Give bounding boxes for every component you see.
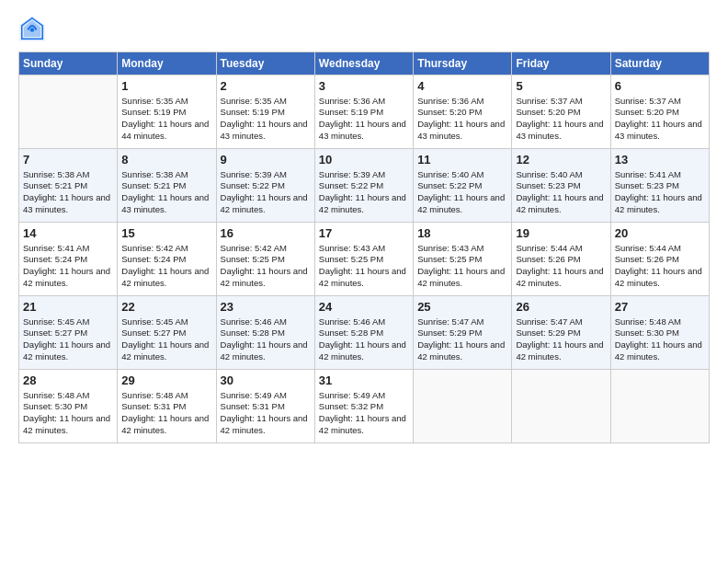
sunrise-text: Sunrise: 5:49 AM <box>319 390 385 400</box>
daylight-text: Daylight: 11 hours and 42 minutes. <box>23 266 110 288</box>
sunset-text: Sunset: 5:29 PM <box>417 327 482 338</box>
day-number: 9 <box>221 152 311 168</box>
sunset-text: Sunset: 5:22 PM <box>319 180 383 190</box>
day-number: 22 <box>121 299 211 316</box>
sunrise-text: Sunrise: 5:48 AM <box>121 390 188 400</box>
day-cell: 14Sunrise: 5:41 AMSunset: 5:24 PMDayligh… <box>19 223 118 296</box>
sunrise-text: Sunrise: 5:36 AM <box>319 96 385 106</box>
sunrise-text: Sunrise: 5:35 AM <box>121 96 188 106</box>
logo <box>18 15 50 42</box>
day-number: 12 <box>516 152 606 168</box>
day-cell: 18Sunrise: 5:43 AMSunset: 5:25 PMDayligh… <box>414 223 512 296</box>
daylight-text: Daylight: 11 hours and 42 minutes. <box>516 339 603 362</box>
svg-point-3 <box>30 28 35 32</box>
week-row-1: 1Sunrise: 5:35 AMSunset: 5:19 PMDaylight… <box>19 75 710 149</box>
day-cell: 4Sunrise: 5:36 AMSunset: 5:20 PMDaylight… <box>414 75 512 149</box>
sunrise-text: Sunrise: 5:37 AM <box>615 96 681 106</box>
logo-icon <box>18 15 46 42</box>
sunrise-text: Sunrise: 5:38 AM <box>23 169 89 179</box>
day-cell: 27Sunrise: 5:48 AMSunset: 5:30 PMDayligh… <box>610 296 709 370</box>
day-number: 28 <box>23 373 113 389</box>
sunrise-text: Sunrise: 5:48 AM <box>23 390 89 400</box>
day-number: 29 <box>121 373 211 389</box>
daylight-text: Daylight: 11 hours and 42 minutes. <box>121 266 209 288</box>
sunset-text: Sunset: 5:24 PM <box>23 254 87 264</box>
day-number: 15 <box>121 225 211 242</box>
daylight-text: Daylight: 11 hours and 42 minutes. <box>516 192 603 214</box>
sunset-text: Sunset: 5:27 PM <box>23 327 87 338</box>
week-row-2: 7Sunrise: 5:38 AMSunset: 5:21 PMDaylight… <box>19 149 710 223</box>
day-number: 5 <box>516 78 606 95</box>
day-cell: 28Sunrise: 5:48 AMSunset: 5:30 PMDayligh… <box>19 370 118 443</box>
daylight-text: Daylight: 11 hours and 42 minutes. <box>121 413 209 435</box>
sunset-text: Sunset: 5:26 PM <box>615 254 679 264</box>
day-number: 24 <box>319 299 409 316</box>
day-number: 20 <box>615 225 705 242</box>
sunset-text: Sunset: 5:19 PM <box>121 107 186 117</box>
daylight-text: Daylight: 11 hours and 42 minutes. <box>221 192 308 214</box>
sunrise-text: Sunrise: 5:45 AM <box>23 316 89 327</box>
day-number: 11 <box>417 152 507 168</box>
week-row-4: 21Sunrise: 5:45 AMSunset: 5:27 PMDayligh… <box>19 296 710 370</box>
day-number: 7 <box>23 152 113 168</box>
day-cell: 20Sunrise: 5:44 AMSunset: 5:26 PMDayligh… <box>610 223 709 296</box>
day-cell: 29Sunrise: 5:48 AMSunset: 5:31 PMDayligh… <box>118 370 216 443</box>
sunset-text: Sunset: 5:25 PM <box>417 254 482 264</box>
header <box>18 15 710 42</box>
day-number: 4 <box>417 78 507 95</box>
sunrise-text: Sunrise: 5:41 AM <box>23 243 89 253</box>
day-number: 30 <box>221 373 311 389</box>
day-cell: 13Sunrise: 5:41 AMSunset: 5:23 PMDayligh… <box>610 149 709 223</box>
header-cell-wednesday: Wednesday <box>314 52 413 75</box>
day-number: 3 <box>319 78 409 95</box>
day-cell: 7Sunrise: 5:38 AMSunset: 5:21 PMDaylight… <box>19 149 118 223</box>
day-cell: 17Sunrise: 5:43 AMSunset: 5:25 PMDayligh… <box>314 223 413 296</box>
sunset-text: Sunset: 5:22 PM <box>221 180 285 190</box>
day-cell: 11Sunrise: 5:40 AMSunset: 5:22 PMDayligh… <box>414 149 512 223</box>
header-row: SundayMondayTuesdayWednesdayThursdayFrid… <box>19 52 710 75</box>
sunrise-text: Sunrise: 5:44 AM <box>516 243 582 253</box>
daylight-text: Daylight: 11 hours and 42 minutes. <box>221 339 308 362</box>
day-number: 13 <box>615 152 705 168</box>
header-cell-monday: Monday <box>118 52 216 75</box>
day-cell: 26Sunrise: 5:47 AMSunset: 5:29 PMDayligh… <box>512 296 610 370</box>
day-cell: 9Sunrise: 5:39 AMSunset: 5:22 PMDaylight… <box>216 149 314 223</box>
sunrise-text: Sunrise: 5:42 AM <box>221 243 287 253</box>
day-cell: 3Sunrise: 5:36 AMSunset: 5:19 PMDaylight… <box>314 75 413 149</box>
daylight-text: Daylight: 11 hours and 42 minutes. <box>417 339 505 362</box>
sunset-text: Sunset: 5:25 PM <box>319 254 383 264</box>
daylight-text: Daylight: 11 hours and 42 minutes. <box>615 266 702 288</box>
header-cell-tuesday: Tuesday <box>216 52 314 75</box>
sunrise-text: Sunrise: 5:37 AM <box>516 96 582 106</box>
daylight-text: Daylight: 11 hours and 42 minutes. <box>417 192 505 214</box>
week-row-5: 28Sunrise: 5:48 AMSunset: 5:30 PMDayligh… <box>19 370 710 443</box>
daylight-text: Daylight: 11 hours and 42 minutes. <box>121 339 209 362</box>
sunset-text: Sunset: 5:27 PM <box>121 327 186 338</box>
daylight-text: Daylight: 11 hours and 43 minutes. <box>319 119 406 141</box>
day-cell: 21Sunrise: 5:45 AMSunset: 5:27 PMDayligh… <box>19 296 118 370</box>
sunset-text: Sunset: 5:26 PM <box>516 254 580 264</box>
day-cell: 23Sunrise: 5:46 AMSunset: 5:28 PMDayligh… <box>216 296 314 370</box>
sunrise-text: Sunrise: 5:46 AM <box>319 316 385 327</box>
day-cell: 25Sunrise: 5:47 AMSunset: 5:29 PMDayligh… <box>414 296 512 370</box>
daylight-text: Daylight: 11 hours and 42 minutes. <box>319 339 406 362</box>
day-number: 8 <box>121 152 211 168</box>
day-cell: 8Sunrise: 5:38 AMSunset: 5:21 PMDaylight… <box>118 149 216 223</box>
day-number: 21 <box>23 299 113 316</box>
sunrise-text: Sunrise: 5:45 AM <box>121 316 188 327</box>
daylight-text: Daylight: 11 hours and 43 minutes. <box>221 119 308 141</box>
sunrise-text: Sunrise: 5:44 AM <box>615 243 681 253</box>
day-cell: 1Sunrise: 5:35 AMSunset: 5:19 PMDaylight… <box>118 75 216 149</box>
sunrise-text: Sunrise: 5:49 AM <box>221 390 287 400</box>
daylight-text: Daylight: 11 hours and 42 minutes. <box>417 266 505 288</box>
header-cell-saturday: Saturday <box>610 52 709 75</box>
sunrise-text: Sunrise: 5:43 AM <box>319 243 385 253</box>
sunrise-text: Sunrise: 5:39 AM <box>319 169 385 179</box>
day-cell <box>610 370 709 443</box>
day-cell: 12Sunrise: 5:40 AMSunset: 5:23 PMDayligh… <box>512 149 610 223</box>
sunset-text: Sunset: 5:22 PM <box>417 180 482 190</box>
sunrise-text: Sunrise: 5:42 AM <box>121 243 188 253</box>
sunset-text: Sunset: 5:30 PM <box>23 401 87 411</box>
day-number: 19 <box>516 225 606 242</box>
daylight-text: Daylight: 11 hours and 43 minutes. <box>23 192 110 214</box>
